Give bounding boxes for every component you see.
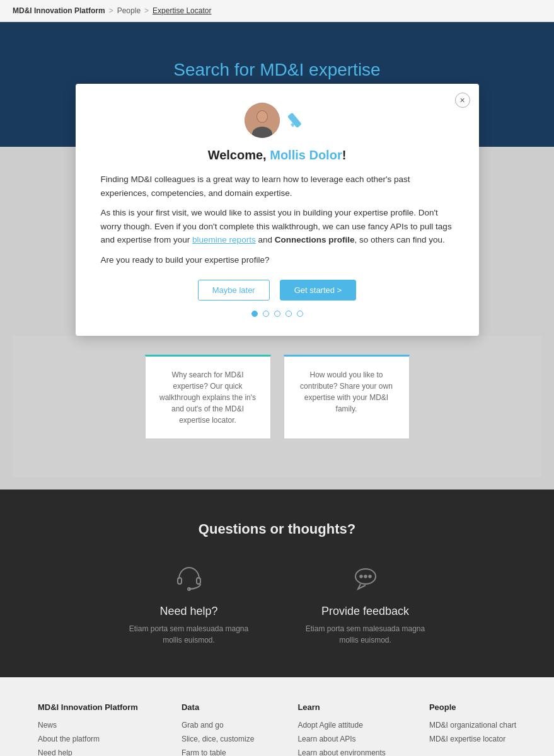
footer-dark-title: Questions or thoughts? bbox=[13, 521, 541, 537]
connections-profile: Connections profile bbox=[275, 235, 355, 244]
card-1-text: Why search for MD&I expertise? Our quick… bbox=[158, 369, 258, 426]
footer-help-desc-1: Etiam porta sem malesuada magna mollis e… bbox=[126, 623, 252, 646]
bluemine-link[interactable]: bluemine reports bbox=[192, 235, 256, 244]
footer-link-about[interactable]: About the platform bbox=[38, 735, 100, 743]
footer-help-item-1: Need help? Etiam porta sem malesuada mag… bbox=[126, 563, 252, 646]
modal-body-p2: As this is your first visit, we would li… bbox=[101, 206, 454, 247]
footer-link-org[interactable]: MD&I organizational chart bbox=[429, 721, 516, 730]
get-started-button[interactable]: Get started > bbox=[280, 280, 357, 301]
footer-col-4-title: People bbox=[429, 702, 516, 712]
footer-link-agile[interactable]: Adopt Agile attitude bbox=[297, 721, 362, 730]
modal-close-button[interactable]: × bbox=[455, 93, 470, 108]
breadcrumb-sep2: > bbox=[144, 6, 149, 15]
cards-section: Why search for MD&I expertise? Our quick… bbox=[13, 336, 541, 477]
footer-light: MD&I Innovation Platform News About the … bbox=[0, 677, 554, 756]
modal-header bbox=[101, 103, 454, 138]
dot-3[interactable] bbox=[274, 311, 280, 317]
dot-1[interactable] bbox=[251, 311, 258, 317]
footer-link-envs[interactable]: Learn about environments bbox=[297, 748, 385, 756]
footer-help-title-1: Need help? bbox=[126, 605, 252, 618]
modal-actions: Maybe later Get started > bbox=[101, 280, 454, 301]
footer-col-3: Learn Adopt Agile attitude Learn about A… bbox=[297, 702, 385, 756]
footer-col-4: People MD&I organizational chart MD&I ex… bbox=[429, 702, 516, 756]
breadcrumb-people[interactable]: People bbox=[117, 6, 141, 15]
hero-title: Search for MD&I expertise bbox=[13, 60, 541, 80]
card-1: Why search for MD&I expertise? Our quick… bbox=[145, 355, 271, 439]
footer-dark: Questions or thoughts? Need help? Etiam … bbox=[0, 490, 554, 677]
footer-col-2-title: Data bbox=[182, 702, 254, 712]
footer-col-4-links: MD&I organizational chart MD&I expertise… bbox=[429, 719, 516, 743]
footer-link-news[interactable]: News bbox=[38, 721, 57, 730]
headset-icon bbox=[126, 563, 252, 598]
dot-5[interactable] bbox=[297, 311, 303, 317]
dot-2[interactable] bbox=[263, 311, 269, 317]
footer-link-slice[interactable]: Slice, dice, customize bbox=[182, 735, 254, 743]
footer-help-title-2: Provide feedback bbox=[303, 605, 429, 618]
svg-point-11 bbox=[364, 575, 367, 578]
footer-col-1: MD&I Innovation Platform News About the … bbox=[38, 702, 138, 756]
footer-help-desc-2: Etiam porta sem malesuada magna mollis e… bbox=[303, 623, 429, 646]
svg-point-3 bbox=[257, 111, 267, 122]
footer-col-3-links: Adopt Agile attitude Learn about APIs Le… bbox=[297, 719, 385, 756]
bubble-icon bbox=[303, 563, 429, 598]
avatar bbox=[245, 103, 280, 138]
footer-help-row: Need help? Etiam porta sem malesuada mag… bbox=[13, 563, 541, 646]
breadcrumb-current: Expertise Locator bbox=[153, 6, 211, 15]
modal-title: Welcome, Mollis Dolor! bbox=[101, 148, 454, 163]
svg-point-10 bbox=[360, 575, 362, 578]
breadcrumb: MD&I Innovation Platform > People > Expe… bbox=[0, 0, 554, 22]
modal-body-p3: Are you ready to build your expertise pr… bbox=[101, 253, 454, 267]
footer-link-locator[interactable]: MD&I expertise locator bbox=[429, 735, 505, 743]
pencil-icon bbox=[287, 107, 310, 134]
card-2: How would you like to contribute? Share … bbox=[284, 355, 410, 439]
footer-link-apis[interactable]: Learn about APIs bbox=[297, 735, 355, 743]
footer-col-2: Data Grab and go Slice, dice, customize … bbox=[182, 702, 254, 756]
footer-col-2-links: Grab and go Slice, dice, customize Farm … bbox=[182, 719, 254, 756]
modal-body-p1: Finding MD&I colleagues is a great way t… bbox=[101, 173, 454, 200]
footer-col-1-title: MD&I Innovation Platform bbox=[38, 702, 138, 712]
welcome-modal: × Welcome, Mollis Dolor! bbox=[76, 84, 479, 336]
breadcrumb-sep1: > bbox=[109, 6, 113, 15]
footer-help-item-2: Provide feedback Etiam porta sem malesua… bbox=[303, 563, 429, 646]
footer-col-3-title: Learn bbox=[297, 702, 385, 712]
svg-rect-4 bbox=[287, 112, 302, 128]
pagination-dots bbox=[101, 311, 454, 317]
modal-overlay: × Welcome, Mollis Dolor! bbox=[0, 147, 554, 490]
svg-point-12 bbox=[369, 575, 371, 578]
card-2-text: How would you like to contribute? Share … bbox=[297, 369, 396, 415]
footer-cols: MD&I Innovation Platform News About the … bbox=[38, 702, 516, 756]
maybe-later-button[interactable]: Maybe later bbox=[198, 280, 270, 301]
breadcrumb-brand[interactable]: MD&I Innovation Platform bbox=[13, 6, 105, 15]
footer-link-grab[interactable]: Grab and go bbox=[182, 721, 224, 730]
dot-4[interactable] bbox=[286, 311, 292, 317]
footer-link-farm[interactable]: Farm to table bbox=[182, 748, 226, 756]
footer-col-1-links: News About the platform Need help Provid… bbox=[38, 719, 138, 756]
footer-link-help[interactable]: Need help bbox=[38, 748, 72, 756]
modal-body: Finding MD&I colleagues is a great way t… bbox=[101, 173, 454, 267]
